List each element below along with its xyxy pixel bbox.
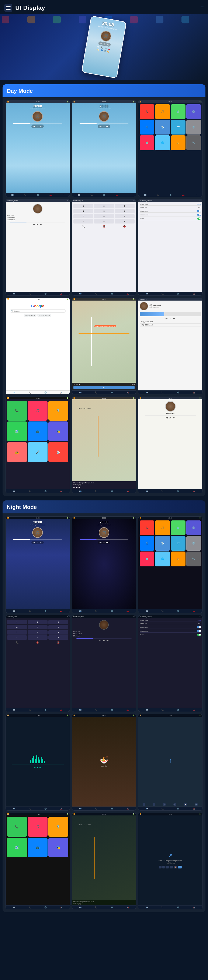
nav-phone-4[interactable]: 📞 — [28, 293, 31, 295]
n-nav-auto-5[interactable]: 🚗 — [126, 709, 129, 711]
key-0[interactable]: 0 — [94, 219, 114, 223]
key-4[interactable]: 4 — [73, 209, 93, 213]
n-carplay-podcast[interactable]: 🎙️ — [48, 817, 68, 837]
key-5[interactable]: 5 — [94, 209, 114, 213]
key-1[interactable]: 1 — [73, 204, 93, 208]
night-app-settings[interactable]: ⚙️ — [186, 520, 201, 535]
n-key-8[interactable]: 8 — [28, 630, 48, 635]
night-power[interactable]: Power — [140, 633, 201, 636]
feeling-lucky-btn[interactable]: I'm Feeling Lucky — [37, 314, 51, 317]
call-mute-icon[interactable]: 🔇 — [103, 225, 105, 228]
n-play-1[interactable]: ⏸ — [36, 541, 39, 544]
nav-phone-3[interactable]: 📞 — [157, 194, 159, 196]
nav-phone-11[interactable]: 📞 — [95, 490, 97, 492]
n-nav-settings-3[interactable]: ⚙️ — [177, 610, 180, 612]
nav-apps-2[interactable]: ⋯ — [128, 194, 130, 196]
carplay-radio[interactable]: 📻 — [7, 442, 27, 462]
n-nav-settings-6[interactable]: ⚙️ — [177, 709, 180, 711]
np-prev[interactable]: ⏮ — [165, 416, 168, 419]
bt-music-controls[interactable]: ⏮ ▶ ⏭ — [33, 223, 42, 226]
n-carplay-extra[interactable]: 🎭 — [48, 838, 68, 858]
n-prev-1[interactable]: ⏮ — [33, 541, 35, 544]
n-key-3[interactable]: 3 — [48, 620, 68, 624]
night-app-radio[interactable]: 📡 — [155, 536, 170, 550]
n-nav-phone-7[interactable]: 📞 — [28, 808, 31, 810]
night-controls-2[interactable]: ⏮ ⏸ ⏭ — [98, 541, 110, 544]
play-icon[interactable]: ⏸ — [103, 43, 106, 45]
map-go-button[interactable]: GO — [73, 386, 135, 389]
n-nav-auto-7[interactable]: 🚗 — [60, 808, 62, 810]
carplay-podcast[interactable]: 🎙️ — [48, 401, 68, 421]
app-icon-gear[interactable]: ⚙️ — [186, 120, 201, 135]
nav-phone-7[interactable]: 📞 — [28, 391, 31, 394]
eq-play[interactable]: ▶ — [37, 766, 38, 768]
nav-auto-10[interactable]: 🚗 — [60, 490, 62, 492]
carplay-bt[interactable]: 📡 — [48, 442, 68, 462]
app-icon-settings[interactable]: ⚙️ — [186, 104, 201, 119]
n-nav-email-6[interactable]: 📧 — [146, 709, 148, 711]
nav-auto-4[interactable]: 🚗 — [60, 293, 62, 295]
night-app-gear[interactable]: ⚙️ — [186, 536, 201, 550]
n-key-6[interactable]: 6 — [48, 625, 68, 629]
n-nav-auto-8[interactable]: 🚗 — [126, 808, 129, 810]
carplay-phone[interactable]: 📞 — [7, 401, 27, 421]
n-nav-settings-1[interactable]: ⚙️ — [44, 610, 47, 612]
nav2-btn-4[interactable]: → — [170, 866, 173, 869]
n-nav-settings-5[interactable]: ⚙️ — [111, 709, 113, 711]
google-search-btn[interactable]: Google Search — [24, 314, 36, 317]
next-icon[interactable]: ⏭ — [107, 43, 109, 46]
nav-settings-11[interactable]: ⚙️ — [111, 490, 113, 492]
n-key-7[interactable]: 7 — [7, 630, 27, 635]
n-call-mute-icon[interactable]: 🔇 — [36, 641, 39, 644]
n-nav-auto-6[interactable]: 🚗 — [193, 709, 195, 711]
n-nav-auto-12[interactable]: 🚗 — [193, 906, 195, 908]
track-item-2[interactable]: ♪ 华乐_20381.mp3 — [140, 323, 201, 327]
n-nav-phone-6[interactable]: 📞 — [161, 709, 164, 711]
nav-phone-9[interactable]: 📞 — [161, 391, 164, 394]
n-nav-email-4[interactable]: 📧 — [13, 709, 15, 711]
social-next[interactable]: ⏭ — [173, 317, 175, 320]
player-controls-2[interactable]: ⏮ ⏸ ⏭ — [98, 124, 110, 128]
auto-connect-toggle[interactable] — [197, 214, 201, 216]
app-icon-waze[interactable]: 🗺️ — [140, 135, 154, 150]
night-app-podcast[interactable]: 📻 — [171, 552, 186, 566]
n-key-hash[interactable]: # — [48, 635, 68, 640]
key-3[interactable]: 3 — [115, 204, 135, 208]
n-key-4[interactable]: 4 — [7, 625, 27, 629]
n-bt-next[interactable]: ⏭ — [107, 639, 109, 641]
carplay-tv[interactable]: 📺 — [28, 422, 48, 441]
n-nav-email-9[interactable]: 📧 — [146, 808, 148, 810]
n-nav-phone-5[interactable]: 📞 — [95, 709, 97, 711]
nav-auto-3[interactable]: 🚗 — [182, 194, 184, 196]
night-auto-answer-toggle[interactable] — [197, 626, 201, 628]
nav-auto-2[interactable]: 🚗 — [116, 194, 118, 196]
hamburger-icon[interactable] — [4, 4, 12, 12]
n-nav-settings-11[interactable]: ⚙️ — [111, 906, 113, 908]
nav-btn-3[interactable]: ← — [163, 803, 166, 806]
bt-next[interactable]: ⏭ — [40, 223, 42, 226]
nav-email-4[interactable]: 📧 — [13, 293, 15, 295]
bt-play[interactable]: ▶ — [37, 223, 38, 226]
key-8[interactable]: 8 — [94, 214, 114, 218]
nav-auto-7[interactable]: 🚗 — [60, 391, 62, 394]
night-app-waze[interactable]: 🗺️ — [140, 552, 154, 566]
music-icon-hero[interactable]: 🎵 — [104, 50, 106, 52]
next-btn-1[interactable]: ⏭ — [40, 125, 42, 127]
track-item-1[interactable]: ♪ 华乐_19392.mp3 — [140, 320, 201, 323]
nav-phone-6[interactable]: 📞 — [161, 293, 164, 295]
nav-btn-2[interactable]: ↓ — [153, 803, 155, 806]
n-nav-email-5[interactable]: 📧 — [79, 709, 82, 711]
bluetooth-icon-hero[interactable]: 🔵 — [100, 49, 103, 52]
n-key-0[interactable]: 0 — [28, 635, 48, 640]
nav-settings-1[interactable]: ⚙️ — [37, 194, 39, 196]
nav-next[interactable]: ⏭ — [79, 486, 80, 488]
nav-play[interactable]: ▶ — [76, 486, 78, 488]
n-bt-play[interactable]: ▶ — [103, 639, 105, 641]
nav-prev[interactable]: ⏮ — [73, 486, 76, 488]
key-2[interactable]: 2 — [94, 204, 114, 208]
nav-btn-search[interactable]: 🔍 — [195, 803, 198, 806]
n-nav-settings-4[interactable]: ⚙️ — [44, 709, 47, 711]
nav-email-11[interactable]: 📧 — [79, 490, 82, 492]
n-key-1[interactable]: 1 — [7, 620, 27, 624]
play-btn-1[interactable]: ⏸ — [36, 125, 39, 127]
